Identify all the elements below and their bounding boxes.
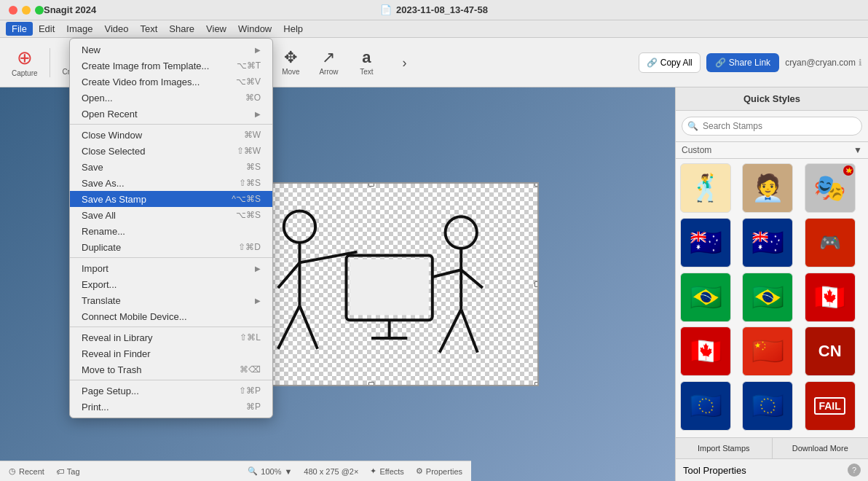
panel-footer: Import Stamps Download More (676, 437, 868, 458)
stamp-item[interactable]: FAIL (805, 381, 856, 431)
app-name: Snagit 2024 (44, 4, 96, 15)
menu-sep-4 (70, 380, 272, 380)
stamp-item[interactable]: 🇧🇷 (680, 273, 731, 322)
menu-rename[interactable]: Rename... (70, 223, 272, 239)
menu-export[interactable]: Export... (70, 276, 272, 292)
svg-point-10 (445, 216, 476, 248)
toolbar-more[interactable]: › (387, 53, 422, 72)
menu-edit[interactable]: Edit (33, 22, 60, 36)
text-icon: a (362, 50, 371, 66)
copy-all-button[interactable]: 🔗 Copy All (639, 52, 701, 73)
stamp-item[interactable]: 🎭 ✕ ★ (805, 163, 856, 213)
menu-reveal-finder[interactable]: Reveal in Finder (70, 345, 272, 361)
copy-all-label: Copy All (660, 58, 693, 68)
menu-save-as-stamp[interactable]: Save As Stamp ^⌥⌘S (70, 191, 272, 207)
svg-line-14 (439, 310, 461, 353)
menu-translate[interactable]: Translate ▶ (70, 292, 272, 308)
menu-file[interactable]: File (6, 22, 33, 36)
submenu-arrow: ▶ (255, 46, 261, 54)
import-stamps-button[interactable]: Import Stamps (676, 438, 773, 458)
search-input[interactable] (682, 117, 862, 136)
menu-sep-3 (70, 326, 272, 327)
menu-print[interactable]: Print... ⌘P (70, 399, 272, 415)
statusbar-dimensions: 480 x 275 @2× (304, 467, 358, 476)
stamp-item[interactable]: 🇨🇦 (805, 273, 856, 322)
stamp-image: CN (818, 343, 842, 359)
handle-tr[interactable] (534, 182, 539, 187)
stamp-item[interactable]: 🕺 (680, 163, 731, 213)
minimize-window-btn[interactable] (22, 6, 31, 15)
menu-import[interactable]: Import ▶ (70, 260, 272, 276)
stamp-item[interactable]: 🇨🇦 (680, 326, 731, 376)
stamp-image: 🕺 (690, 175, 722, 201)
stamp-item[interactable]: 🇦🇺 (680, 218, 731, 267)
share-icon: 🔗 (715, 58, 726, 68)
stamp-item[interactable]: 🇧🇷 (742, 273, 793, 322)
stamp-item[interactable]: 🧑‍💼 (742, 163, 793, 213)
menu-create-from-template[interactable]: Create Image from Template... ⌥⌘T (70, 58, 272, 74)
menu-open-recent[interactable]: Open Recent ▶ (70, 106, 272, 122)
stamp-image: 🧑‍💼 (751, 175, 784, 201)
menu-window[interactable]: Window (232, 22, 277, 36)
statusbar-recent[interactable]: ◷ Recent (9, 466, 44, 476)
menu-create-video[interactable]: Create Video from Images... ⌥⌘V (70, 74, 272, 90)
menu-video[interactable]: Video (99, 22, 135, 36)
menu-close-selected[interactable]: Close Selected ⇧⌘W (70, 143, 272, 159)
handle-mr[interactable] (534, 281, 539, 287)
menu-image[interactable]: Image (60, 22, 98, 36)
stamp-item[interactable]: 🇪🇺 (680, 381, 731, 431)
menu-new[interactable]: New ▶ (70, 42, 272, 58)
statusbar-tag[interactable]: 🏷 Tag (56, 467, 80, 476)
stamp-item[interactable]: 🇦🇺 (742, 218, 793, 267)
maximize-window-btn[interactable] (35, 6, 44, 15)
menu-view[interactable]: View (200, 22, 232, 36)
stamp-item[interactable]: CN (805, 326, 856, 376)
menu-save[interactable]: Save ⌘S (70, 159, 272, 175)
user-email: cryan@cryan.com (785, 58, 856, 68)
title-icon: 📄 (380, 4, 392, 15)
stamp-image: 🎮 (819, 234, 841, 251)
window-controls[interactable] (9, 6, 44, 15)
statusbar-effects[interactable]: ✦ Effects (370, 466, 403, 476)
stamp-item[interactable]: 🇨🇳 (742, 326, 793, 376)
menu-save-all[interactable]: Save All ⌥⌘S (70, 207, 272, 223)
custom-label: Custom (682, 145, 711, 155)
toolbar-arrow[interactable]: ↗ Arrow (311, 47, 346, 79)
tool-properties: Tool Properties ? (676, 458, 868, 481)
menu-save-as[interactable]: Save As... ⇧⌘S (70, 175, 272, 191)
menu-reveal-library[interactable]: Reveal in Library ⇧⌘L (70, 329, 272, 345)
menu-duplicate[interactable]: Duplicate ⇧⌘D (70, 239, 272, 255)
close-window-btn[interactable] (9, 6, 17, 15)
menu-help[interactable]: Help (277, 22, 309, 36)
svg-rect-7 (350, 259, 428, 316)
svg-point-0 (283, 211, 315, 242)
titlebar: Snagit 2024 📄 2023-11-08_13-47-58 (0, 0, 868, 20)
menu-open[interactable]: Open... ⌘O (70, 90, 272, 106)
stamp-image: 🇪🇺 (690, 393, 722, 419)
handle-tm[interactable] (368, 182, 374, 187)
help-button[interactable]: ? (848, 464, 861, 477)
menu-connect-mobile[interactable]: Connect Mobile Device... (70, 308, 272, 324)
stamp-image: 🇨🇦 (690, 338, 722, 364)
stamp-item[interactable]: 🎮 (805, 218, 856, 267)
stamp-item[interactable]: 🇪🇺 (742, 381, 793, 431)
menu-text[interactable]: Text (135, 22, 164, 36)
toolbar-text[interactable]: a Text (349, 47, 384, 79)
more-icon: › (402, 56, 406, 69)
svg-line-5 (299, 306, 317, 349)
menu-move-trash[interactable]: Move to Trash ⌘⌫ (70, 361, 272, 378)
statusbar-properties[interactable]: ⚙ Properties (416, 466, 462, 476)
toolbar-capture[interactable]: ⊕ Capture (6, 45, 44, 80)
handle-bm[interactable] (368, 382, 374, 386)
menu-close-window[interactable]: Close Window ⌘W (70, 127, 272, 143)
statusbar-zoom[interactable]: 🔍 100% ▼ (248, 466, 292, 476)
menu-share[interactable]: Share (163, 22, 200, 36)
custom-row: Custom ▼ (676, 142, 868, 159)
menu-page-setup[interactable]: Page Setup... ⇧⌘P (70, 383, 272, 399)
panel-title: Quick Styles (743, 93, 800, 104)
handle-br[interactable] (534, 382, 539, 386)
share-link-button[interactable]: 🔗 Share Link (706, 53, 779, 72)
stamp-image: 🇧🇷 (690, 284, 722, 310)
download-more-button[interactable]: Download More (773, 438, 869, 458)
toolbar-move[interactable]: ✥ Move (273, 47, 308, 79)
